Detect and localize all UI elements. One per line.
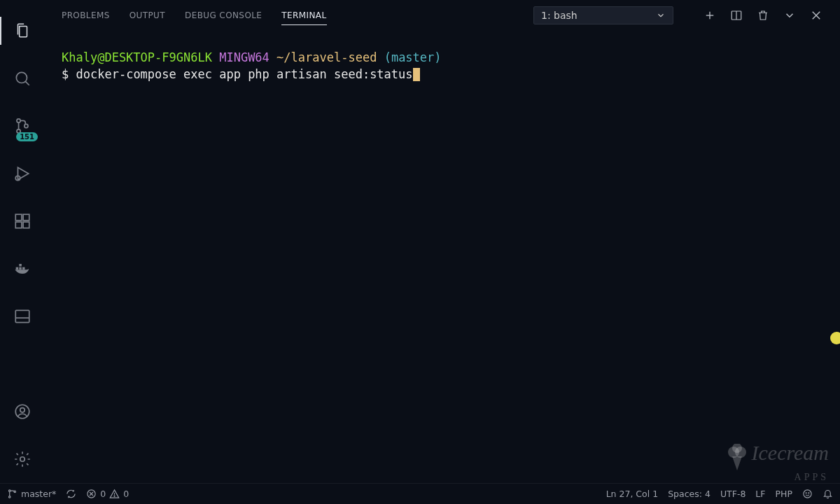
svg-rect-8 (15, 222, 22, 228)
status-branch[interactable]: master* (7, 489, 56, 499)
svg-rect-10 (23, 214, 29, 220)
status-encoding[interactable]: UTF-8 (720, 489, 746, 499)
annotation-dot (830, 332, 840, 344)
svg-point-39 (806, 493, 806, 493)
status-warning-count: 0 (123, 489, 129, 499)
explorer-icon[interactable] (6, 14, 39, 48)
run-debug-icon[interactable] (6, 157, 39, 190)
status-feedback-icon[interactable] (802, 489, 813, 499)
tab-terminal[interactable]: TERMINAL (281, 6, 326, 25)
terminal-cursor (413, 68, 420, 81)
terminal-body[interactable]: Khaly@DESKTOP-F9GN6LK MINGW64 ~/laravel-… (45, 31, 840, 483)
close-panel-icon[interactable] (809, 8, 823, 22)
split-terminal-icon[interactable] (729, 8, 743, 22)
chevron-down-icon (656, 10, 666, 20)
tab-debug-console[interactable]: DEBUG CONSOLE (185, 6, 262, 25)
svg-point-18 (20, 408, 25, 413)
status-sync[interactable] (66, 489, 76, 499)
new-terminal-icon[interactable] (703, 8, 717, 22)
svg-rect-12 (19, 267, 22, 270)
status-branch-label: master* (21, 489, 56, 499)
extensions-icon[interactable] (6, 204, 39, 238)
branch-icon (7, 489, 18, 499)
panel-tab-bar: PROBLEMS OUTPUT DEBUG CONSOLE TERMINAL 1… (45, 0, 840, 31)
maximize-panel-icon[interactable] (783, 8, 797, 22)
sync-icon (66, 489, 76, 499)
prompt-symbol: $ (62, 67, 69, 81)
prompt-path: ~/laravel-seed (276, 50, 377, 64)
svg-rect-9 (23, 222, 29, 228)
svg-point-30 (9, 490, 11, 492)
terminal-command: docker-compose exec app php artisan seed… (76, 67, 413, 81)
layout-icon[interactable] (6, 300, 39, 333)
activity-bar: 151 (0, 0, 45, 483)
status-bar: master* 0 0 Ln 27, Col 1 Spaces: 4 UTF-8… (0, 483, 840, 504)
status-spaces[interactable]: Spaces: 4 (668, 489, 710, 499)
tab-problems[interactable]: PROBLEMS (62, 6, 110, 25)
kill-terminal-icon[interactable] (756, 8, 770, 22)
svg-rect-14 (19, 264, 22, 267)
status-problems[interactable]: 0 0 (86, 489, 129, 499)
prompt-env: MINGW64 (219, 50, 270, 64)
tab-output[interactable]: OUTPUT (130, 6, 165, 25)
status-eol[interactable]: LF (755, 489, 765, 499)
docker-icon[interactable] (6, 252, 39, 286)
status-error-count: 0 (100, 489, 106, 499)
svg-rect-15 (15, 310, 29, 322)
svg-line-1 (25, 81, 29, 85)
prompt-branch-close: ) (434, 50, 441, 64)
prompt-branch-open: ( (384, 50, 391, 64)
svg-point-4 (24, 124, 28, 127)
svg-point-40 (808, 493, 809, 493)
svg-rect-13 (22, 267, 25, 270)
svg-point-38 (804, 490, 811, 498)
settings-gear-icon[interactable] (6, 442, 39, 476)
svg-point-2 (17, 119, 20, 122)
svg-marker-5 (18, 167, 29, 179)
account-icon[interactable] (6, 395, 39, 428)
error-icon (86, 489, 97, 499)
panel: PROBLEMS OUTPUT DEBUG CONSOLE TERMINAL 1… (45, 0, 840, 483)
status-bell-icon[interactable] (822, 489, 833, 499)
prompt-user-host: Khaly@DESKTOP-F9GN6LK (62, 50, 212, 64)
status-language[interactable]: PHP (776, 489, 792, 499)
status-ln-col[interactable]: Ln 27, Col 1 (606, 489, 659, 499)
svg-point-19 (20, 457, 25, 462)
svg-rect-11 (16, 267, 19, 270)
source-control-icon[interactable]: 151 (6, 109, 39, 143)
terminal-selector[interactable]: 1: bash (533, 6, 673, 24)
warning-icon (109, 489, 120, 499)
prompt-branch: master (391, 50, 434, 64)
svg-point-37 (114, 496, 115, 496)
terminal-selector-label: 1: bash (541, 10, 578, 21)
svg-point-31 (9, 496, 11, 498)
search-icon[interactable] (6, 62, 39, 95)
svg-point-0 (16, 72, 27, 83)
scm-badge: 151 (16, 132, 38, 141)
svg-rect-7 (15, 214, 22, 220)
